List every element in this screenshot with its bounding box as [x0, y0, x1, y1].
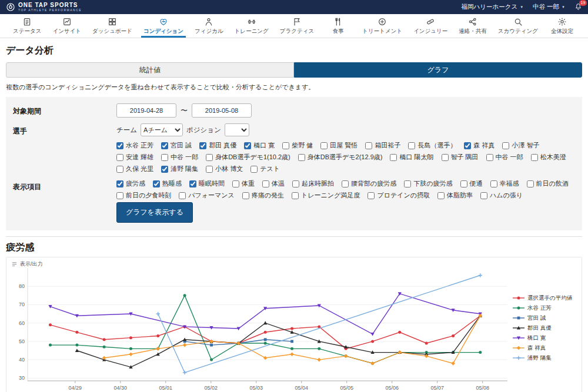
position-select[interactable] [225, 123, 249, 136]
checkbox[interactable] [390, 154, 397, 161]
display-item-checkbox[interactable]: 熟睡感 [153, 179, 182, 188]
nav-scouting[interactable]: スカウティング [496, 14, 540, 38]
checkbox[interactable] [161, 166, 168, 173]
checkbox[interactable] [404, 180, 411, 187]
checkbox[interactable] [460, 180, 467, 187]
display-item-checkbox[interactable]: 体温 [262, 179, 285, 188]
checkbox[interactable] [320, 142, 328, 149]
checkbox[interactable] [199, 142, 206, 149]
checkbox[interactable] [262, 180, 269, 187]
chart-display-output-control[interactable]: 表示/出力 [11, 260, 43, 268]
display-item-checkbox[interactable]: 疲労感 [116, 179, 145, 188]
notifications-button[interactable]: 19 [574, 3, 582, 12]
display-item-checkbox[interactable]: プロテインの摂取 [368, 191, 430, 200]
player-checkbox[interactable]: 中谷 一郎 [486, 153, 523, 162]
legend-item[interactable]: 郡田 真優 [512, 323, 579, 333]
player-checkbox[interactable]: 橋口 寛 [244, 141, 275, 150]
tab-statistics[interactable]: 統計値 [6, 62, 294, 78]
player-checkbox[interactable]: 松木美澄 [531, 153, 566, 162]
nav-injury[interactable]: インジュリー [411, 14, 450, 38]
player-checkbox[interactable]: 安達 輝雄 [116, 153, 153, 162]
player-checkbox[interactable]: テスト [250, 165, 280, 173]
player-checkbox[interactable]: 久保 光里 [116, 165, 153, 173]
date-to-input[interactable] [192, 103, 252, 118]
checkbox[interactable] [242, 192, 249, 199]
legend-item[interactable]: 宮田 誠 [512, 313, 579, 323]
checkbox[interactable] [179, 192, 186, 199]
player-checkbox[interactable]: 長島（選手） [408, 141, 456, 150]
player-checkbox[interactable]: 水谷 正芳 [116, 141, 153, 150]
checkbox[interactable] [342, 180, 349, 187]
checkbox[interactable] [282, 142, 289, 149]
checkbox[interactable] [292, 180, 299, 187]
tab-graph[interactable]: グラフ [294, 62, 582, 78]
checkbox[interactable] [464, 142, 471, 149]
nav-dashboard[interactable]: ダッシュボード [90, 14, 135, 38]
checkbox[interactable] [116, 154, 123, 161]
checkbox[interactable] [116, 180, 123, 187]
legend-item[interactable]: 水谷 正芳 [512, 303, 579, 313]
checkbox[interactable] [408, 142, 415, 149]
player-checkbox[interactable]: 身体DB選手デモ1(10.2歳) [206, 153, 290, 162]
checkbox[interactable] [298, 154, 305, 161]
checkbox[interactable] [437, 192, 445, 199]
legend-item[interactable]: 浦野 陽集 [512, 353, 579, 363]
legend-item[interactable]: 橋口 寛 [512, 333, 579, 343]
checkbox[interactable] [116, 142, 123, 149]
checkbox[interactable] [490, 180, 497, 187]
checkbox[interactable] [116, 192, 123, 199]
checkbox[interactable] [116, 166, 123, 173]
display-item-checkbox[interactable]: 腰背部の疲労感 [342, 179, 396, 188]
legend-item[interactable]: 森 祥真 [512, 343, 579, 353]
show-graph-button[interactable]: グラフを表示する [116, 202, 193, 223]
nav-treatment[interactable]: トリートメント [360, 14, 405, 38]
checkbox[interactable] [292, 192, 299, 199]
checkbox[interactable] [161, 154, 168, 161]
checkbox[interactable] [161, 142, 168, 149]
player-checkbox[interactable]: 中谷 一郎 [161, 153, 198, 162]
player-checkbox[interactable]: 小林 博文 [206, 165, 243, 173]
nav-practice[interactable]: プラクティス [278, 14, 316, 38]
team-selector-dropdown[interactable]: 福岡ハリーホークス ▼ [461, 3, 523, 11]
checkbox[interactable] [250, 166, 258, 173]
checkbox[interactable] [442, 154, 449, 161]
date-from-input[interactable] [116, 103, 176, 118]
player-checkbox[interactable]: 田屋 賢悟 [320, 141, 358, 150]
nav-meal[interactable]: 食事 [323, 14, 353, 38]
checkbox[interactable] [206, 166, 213, 173]
player-checkbox[interactable]: 身体DB選手デモ2(12.9歳) [298, 153, 383, 162]
checkbox[interactable] [527, 180, 534, 187]
player-checkbox[interactable]: 郡田 真優 [199, 141, 236, 150]
nav-share[interactable]: 連絡・共有 [456, 14, 489, 38]
checkbox[interactable] [480, 192, 487, 199]
player-checkbox[interactable]: 浦野 陽集 [161, 165, 198, 173]
checkbox[interactable] [531, 154, 538, 161]
display-item-checkbox[interactable]: 前日の飲酒 [527, 179, 569, 188]
checkbox[interactable] [368, 192, 375, 199]
display-item-checkbox[interactable]: 便通 [460, 179, 483, 188]
display-item-checkbox[interactable]: トレーニング満足度 [292, 191, 360, 200]
checkbox[interactable] [365, 142, 372, 149]
display-item-checkbox[interactable]: パフォーマンス [179, 191, 235, 200]
display-item-checkbox[interactable]: 体重 [232, 179, 255, 188]
player-checkbox[interactable]: 智子 隅田 [442, 153, 479, 162]
display-item-checkbox[interactable]: 体脂肪率 [437, 191, 473, 200]
display-item-checkbox[interactable]: ハムの張り [480, 191, 523, 200]
display-item-checkbox[interactable]: 幸福感 [490, 179, 519, 188]
player-checkbox[interactable]: 箱田裕子 [365, 141, 400, 150]
display-item-checkbox[interactable]: 下肢の疲労感 [404, 179, 452, 188]
nav-status[interactable]: ステータス [11, 14, 44, 38]
nav-settings[interactable]: 全体設定 [547, 14, 577, 38]
checkbox[interactable] [153, 180, 160, 187]
nav-insight[interactable]: インサイト [50, 14, 83, 38]
checkbox[interactable] [502, 142, 509, 149]
player-checkbox[interactable]: 小澤 智子 [502, 141, 539, 150]
player-checkbox[interactable]: 宮田 誠 [161, 141, 192, 150]
nav-training[interactable]: トレーニング [232, 14, 271, 38]
checkbox[interactable] [206, 154, 213, 161]
nav-physical[interactable]: フィジカル [192, 14, 226, 38]
display-item-checkbox[interactable]: 起床時脈拍 [292, 179, 334, 188]
display-item-checkbox[interactable]: 疼痛の発生 [242, 191, 284, 200]
legend-item[interactable]: 選択選手の平均値 [512, 293, 579, 303]
player-checkbox[interactable]: 森 祥真 [464, 141, 495, 150]
